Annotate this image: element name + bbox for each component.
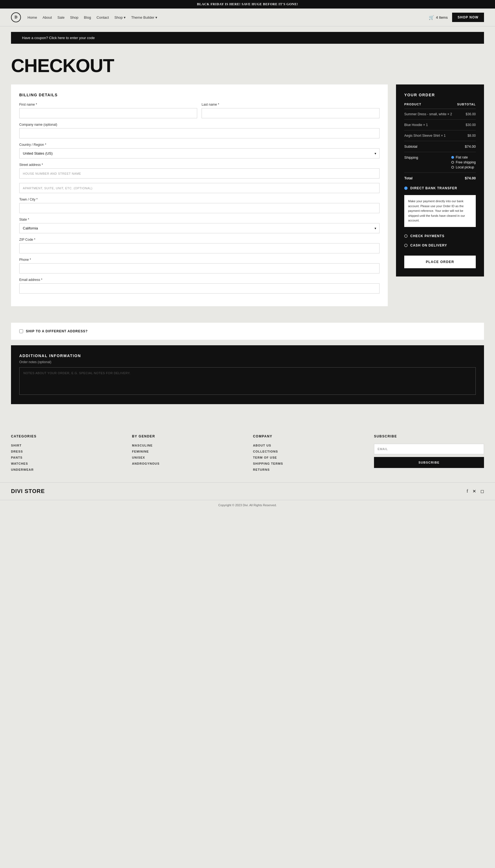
subscribe-title: SUBSCRIBE [374, 434, 484, 438]
apt-group [19, 183, 379, 193]
footer-dress[interactable]: DRESS [11, 450, 121, 453]
first-name-group: First name * [19, 103, 197, 118]
state-select-wrapper: California [19, 223, 379, 233]
product-col-header: PRODUCT [404, 103, 421, 106]
bank-transfer-info: Make your payment directly into our bank… [404, 195, 476, 227]
twitter-icon[interactable]: ✕ [473, 489, 476, 494]
cart-icon: 🛒 [429, 15, 434, 20]
shipping-local-pickup[interactable]: Local pickup [451, 165, 476, 169]
nav-about[interactable]: About [42, 15, 52, 19]
shipping-flat-rate[interactable]: Flat rate [451, 155, 476, 159]
nav-blog[interactable]: Blog [84, 15, 91, 19]
billing-title: BILLING DETAILS [19, 93, 379, 97]
shop-now-button[interactable]: SHOP NOW [452, 13, 484, 22]
check-radio [404, 234, 408, 238]
order-item-1: Summer Dress - small, white × 2 $36.00 [404, 109, 476, 120]
main-content: BILLING DETAILS First name * Last name *… [0, 84, 495, 323]
country-label: Country / Region * [19, 143, 379, 147]
order-section: YOUR ORDER PRODUCT SUBTOTAL Summer Dress… [396, 84, 484, 277]
additional-title: ADDITIONAL INFORMATION [19, 353, 476, 358]
street-input[interactable] [19, 168, 379, 179]
phone-input[interactable] [19, 263, 379, 273]
order-header: PRODUCT SUBTOTAL [404, 103, 476, 109]
facebook-icon[interactable]: f [467, 489, 468, 494]
first-name-input[interactable] [19, 108, 197, 118]
first-name-label: First name * [19, 103, 197, 106]
footer-feminine[interactable]: FEMININE [132, 450, 242, 453]
flat-rate-radio [451, 156, 454, 159]
nav-shop[interactable]: Shop [70, 15, 79, 19]
cart-info[interactable]: 🛒 4 Items [429, 15, 448, 20]
subscribe-email-input[interactable] [374, 444, 484, 454]
nav-contact[interactable]: Contact [97, 15, 109, 19]
payment-check[interactable]: CHECK PAYMENTS [404, 231, 476, 241]
nav-home[interactable]: Home [28, 15, 37, 19]
apt-input[interactable] [19, 183, 379, 193]
footer-androgynous[interactable]: ANDROGYNOUS [132, 462, 242, 465]
nav-links: Home About Sale Shop Blog Contact Shop ▾… [28, 15, 157, 19]
footer-term-of-use[interactable]: TERM OF USE [253, 456, 363, 459]
zip-label: ZIP Code * [19, 238, 379, 241]
cart-count: 4 Items [436, 15, 448, 19]
local-pickup-radio [451, 166, 454, 169]
last-name-group: Last name * [202, 103, 379, 118]
page-title: CHECKOUT [0, 49, 495, 84]
last-name-input[interactable] [202, 108, 379, 118]
footer-copyright: Copyright © 2023 Divi. All Rights Reserv… [0, 500, 495, 510]
nav-right: 🛒 4 Items SHOP NOW [429, 13, 484, 22]
categories-title: CATEGORIES [11, 434, 121, 438]
order-total: Total $74.00 [404, 173, 476, 184]
site-logo[interactable]: D [11, 12, 21, 22]
top-banner: BLACK FRIDAY IS HERE! SAVE HUGE BEFORE I… [0, 0, 495, 9]
subscribe-button[interactable]: SUBSCRIBE [374, 457, 484, 468]
ship-different-section: SHIP TO A DIFFERENT ADDRESS? [11, 323, 484, 340]
order-subtotal: Subtotal $74.00 [404, 141, 476, 152]
footer-underwear[interactable]: UNDERWEAR [11, 468, 121, 471]
city-input[interactable] [19, 203, 379, 213]
street-group: Street address * [19, 163, 379, 179]
footer-shipping-terms[interactable]: SHIPPING TERMS [253, 462, 363, 465]
footer-by-gender: BY GENDER MASCULINE FEMININE UNISEX ANDR… [132, 434, 242, 474]
state-label: State * [19, 218, 379, 221]
footer-about-us[interactable]: ABOUT US [253, 444, 363, 447]
footer-main: CATEGORIES SHIRT DRESS PANTS WATCHES UND… [0, 421, 495, 482]
shipping-free[interactable]: Free shipping [451, 161, 476, 164]
footer-shirt[interactable]: SHIRT [11, 444, 121, 447]
footer-watches[interactable]: WATCHES [11, 462, 121, 465]
company-input[interactable] [19, 128, 379, 138]
footer-subscribe: SUBSCRIBE SUBSCRIBE [374, 434, 484, 474]
order-title: YOUR ORDER [404, 93, 476, 97]
footer-masculine[interactable]: MASCULINE [132, 444, 242, 447]
email-input[interactable] [19, 283, 379, 294]
footer-collections[interactable]: COLLECTIONS [253, 450, 363, 453]
order-notes-input[interactable] [19, 367, 476, 395]
footer-bottom: DIVI STORE f ✕ ◻ [0, 482, 495, 500]
navigation: D Home About Sale Shop Blog Contact Shop… [0, 9, 495, 27]
ship-different-label[interactable]: SHIP TO A DIFFERENT ADDRESS? [26, 329, 88, 333]
by-gender-title: BY GENDER [132, 434, 242, 438]
state-group: State * California [19, 218, 379, 233]
shipping-options: Flat rate Free shipping Local pickup [451, 155, 476, 169]
street-label: Street address * [19, 163, 379, 167]
phone-group: Phone * [19, 258, 379, 273]
footer-categories: CATEGORIES SHIRT DRESS PANTS WATCHES UND… [11, 434, 121, 474]
nav-theme-builder[interactable]: Theme Builder ▾ [131, 15, 157, 19]
place-order-button[interactable]: PLACE ORDER [404, 255, 476, 268]
company-title: COMPANY [253, 434, 363, 438]
ship-different-checkbox[interactable] [19, 329, 23, 333]
country-select[interactable]: United States (US) [19, 148, 379, 158]
instagram-icon[interactable]: ◻ [480, 489, 484, 494]
footer-unisex[interactable]: UNISEX [132, 456, 242, 459]
order-item-3: Aegis Short Sleeve Shirt × 1 $8.00 [404, 130, 476, 141]
nav-sale[interactable]: Sale [57, 15, 65, 19]
zip-input[interactable] [19, 243, 379, 253]
footer-returns[interactable]: RETURNS [253, 468, 363, 471]
footer-pants[interactable]: PANTS [11, 456, 121, 459]
phone-label: Phone * [19, 258, 379, 262]
payment-direct-bank[interactable]: DIRECT BANK TRANSFER [404, 184, 476, 193]
nav-shop-dropdown[interactable]: Shop ▾ [114, 15, 126, 19]
payment-cod[interactable]: CASH ON DELIVERY [404, 241, 476, 250]
coupon-bar[interactable]: Have a coupon? Click here to enter your … [11, 32, 484, 44]
nav-left: D Home About Sale Shop Blog Contact Shop… [11, 12, 157, 22]
state-select[interactable]: California [19, 223, 379, 233]
